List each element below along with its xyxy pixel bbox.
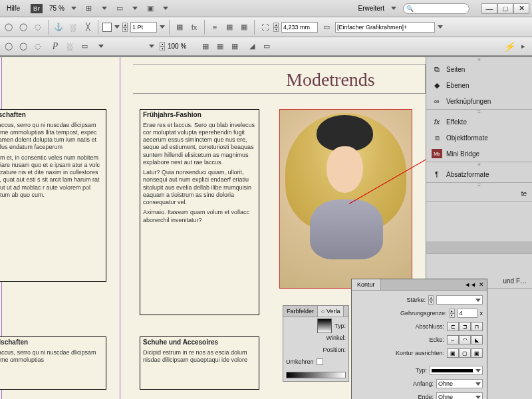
stroke-weight-input[interactable]: 1 Pt: [130, 22, 157, 33]
width-input[interactable]: 4,233 mm: [281, 22, 318, 33]
dropdown-icon[interactable]: [163, 7, 168, 10]
fx-icon[interactable]: ▦: [174, 21, 186, 33]
pages-icon: ⧉: [432, 65, 442, 74]
panel-partial[interactable]: te: [426, 187, 532, 201]
dropdown-icon[interactable]: [102, 7, 107, 10]
end-arrow-dropdown[interactable]: Ohne: [436, 392, 483, 399]
wrap-icon[interactable]: ▦: [223, 21, 235, 33]
cap-buttons[interactable]: ⊏⊐⊓: [447, 322, 483, 331]
maximize-button[interactable]: □: [497, 3, 513, 14]
frame-fitting-input[interactable]: [Einfacher Grafikrahmen]+: [335, 22, 435, 33]
panel-objektformate[interactable]: ⧈Objektformate: [426, 130, 532, 146]
crop-icon[interactable]: ⛶: [259, 21, 271, 33]
panel-effekte[interactable]: fxEffekte: [426, 114, 532, 130]
align-icon[interactable]: ▦: [214, 41, 226, 53]
tab-kontur[interactable]: Kontur: [352, 279, 381, 290]
opacity-spinner[interactable]: ▴▾: [160, 42, 165, 51]
farbfelder-panel[interactable]: Farbfelder ○ Verla Typ: Winkel: Position…: [283, 305, 349, 382]
dropdown-icon[interactable]: [132, 7, 138, 10]
stroke-spinner[interactable]: ▴▾: [428, 295, 434, 305]
screen-mode-icon[interactable]: ⊞: [83, 3, 95, 15]
collapse-icon[interactable]: ◄◄: [464, 281, 476, 288]
corner-icon[interactable]: ◢: [246, 41, 258, 53]
gradient-slider[interactable]: [286, 372, 346, 378]
minimize-button[interactable]: —: [481, 3, 497, 14]
panel-absatzformate[interactable]: ¶Absatzformate: [426, 166, 532, 182]
dropdown-icon[interactable]: [160, 25, 165, 29]
stroke-type-dropdown[interactable]: [430, 366, 483, 375]
dropdown-icon[interactable]: [438, 25, 443, 29]
dropdown-icon[interactable]: [114, 25, 120, 29]
text-frame[interactable]: Schuhe und Accesoires Dicipid estrum in …: [140, 336, 259, 390]
corner-icon[interactable]: ▭: [261, 41, 273, 53]
close-icon[interactable]: ✕: [479, 281, 484, 288]
bridge-button[interactable]: Br: [31, 4, 43, 13]
flash-icon[interactable]: ⚡: [503, 41, 515, 53]
guide-line[interactable]: [120, 57, 120, 399]
tool-icon[interactable]: ◯: [3, 41, 15, 53]
selection-icon[interactable]: ◯: [3, 21, 15, 33]
search-input[interactable]: 🔍: [403, 3, 469, 14]
stroke-weight-dropdown[interactable]: [436, 295, 483, 305]
miter-spinner[interactable]: ▴▾: [450, 309, 455, 318]
tool-icon[interactable]: ◯: [17, 41, 29, 53]
fx-icon[interactable]: fx: [188, 21, 200, 33]
anchor-icon[interactable]: ░: [67, 21, 79, 33]
paragraph-icon[interactable]: P: [49, 41, 61, 53]
tool-icon[interactable]: ▭: [78, 41, 90, 53]
gradient-swatch[interactable]: [317, 319, 332, 333]
panel-menu-icon[interactable]: ▸: [517, 41, 529, 53]
width-spinner[interactable]: ▴▾: [273, 23, 279, 32]
fill-swatch[interactable]: [102, 23, 112, 32]
dropdown-icon[interactable]: [149, 45, 154, 48]
zoom-display[interactable]: 75 %: [49, 5, 65, 12]
field-label: Position:: [323, 346, 346, 353]
start-arrow-dropdown[interactable]: Ohne: [436, 379, 483, 388]
view-icon[interactable]: ▣: [144, 3, 156, 15]
opacity-input[interactable]: 100 %: [168, 43, 194, 50]
miter-input[interactable]: 4: [458, 309, 477, 318]
panel-minibridge[interactable]: MbMini Bridge: [426, 146, 532, 162]
panel-seiten[interactable]: ⧉Seiten: [426, 61, 532, 77]
field-label: Typ:: [334, 323, 346, 329]
zoom-dropdown-icon[interactable]: [71, 7, 76, 10]
reverse-checkbox[interactable]: [317, 358, 323, 365]
arrange-icon[interactable]: ▭: [114, 3, 126, 15]
panel-header-partial[interactable]: [426, 241, 532, 253]
wrap-icon[interactable]: ≡: [209, 21, 221, 33]
selection-icon[interactable]: ◯: [17, 21, 29, 33]
kontur-panel[interactable]: Kontur ◄◄✕ Stärke:▴▾ Gehrungsgrenze:▴▾4x…: [351, 279, 487, 399]
align-icon[interactable]: ▦: [229, 41, 241, 53]
text-frame[interactable]: Frühjahrs-Fashion Erae res et laccus. Se…: [140, 109, 259, 315]
anchor-icon[interactable]: ⚓: [53, 21, 65, 33]
tool-icon[interactable]: ░: [64, 41, 76, 53]
stroke-spinner[interactable]: ▴▾: [122, 23, 128, 32]
body-text: um et, in consentic veles num nobitem di…: [0, 154, 103, 200]
image-frame-selected[interactable]: [279, 109, 412, 289]
panel-label: Ebenen: [446, 82, 469, 89]
control-bar-1: ◯ ◯ ◌ ⚓ ░ ╳ ▴▾ 1 Pt ▦ fx ≡ ▦ ▦ ⛶ ▴▾ 4,23…: [0, 17, 532, 37]
workspace-label[interactable]: Erweitert: [358, 5, 384, 12]
tab-verlauf[interactable]: ○ Verla: [318, 306, 344, 317]
close-button[interactable]: ✕: [513, 3, 529, 14]
dropdown-icon[interactable]: [98, 45, 104, 48]
panel-label: te: [521, 190, 527, 198]
tool-icon[interactable]: ◌: [32, 41, 44, 53]
tab-farbfelder[interactable]: Farbfelder: [283, 306, 318, 317]
align-stroke-buttons[interactable]: ▣▢▣: [447, 348, 483, 358]
panel-verknuepfungen[interactable]: ∞Verknüpfungen: [426, 93, 532, 109]
heading: dschaften: [0, 338, 103, 347]
wrap-icon[interactable]: ▦: [238, 21, 250, 33]
body-text: laccus, serro qu ni nuscdae dlicipsam um…: [0, 349, 103, 364]
anchor-icon[interactable]: ╳: [82, 21, 94, 33]
panel-ebenen[interactable]: ◆Ebenen: [426, 77, 532, 93]
join-buttons[interactable]: ⌐◠◣: [447, 335, 483, 344]
text-frame[interactable]: lschaften laccus, serro qu ni nuscdae dl…: [0, 109, 106, 282]
workspace-dropdown-icon[interactable]: [391, 7, 396, 10]
heading: lschaften: [0, 111, 103, 120]
align-icon[interactable]: ▦: [200, 41, 211, 53]
text-frame[interactable]: dschaften laccus, serro qu ni nuscdae dl…: [0, 336, 106, 390]
help-menu[interactable]: Hilfe: [3, 3, 24, 13]
selection-icon[interactable]: ◌: [32, 21, 44, 33]
link-icon[interactable]: ▭: [321, 21, 332, 33]
